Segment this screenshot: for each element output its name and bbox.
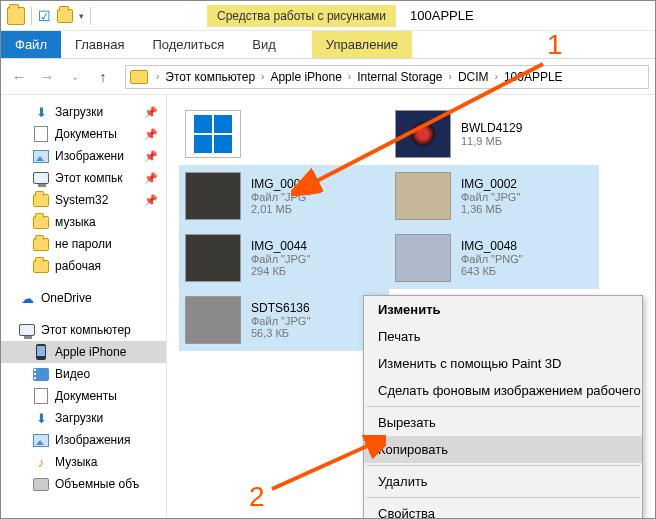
up-button[interactable]: ↑ [91,65,115,89]
sidebar-item-label: Загрузки [55,105,103,119]
annotation-arrow-1 [291,56,551,196]
menu-separator [366,406,640,407]
pc-icon [33,170,49,186]
sidebar-item-label: Загрузки [55,411,103,425]
forward-button[interactable]: → [35,65,59,89]
sidebar-item-label: Этот компьютер [41,323,131,337]
folder-icon [33,192,49,208]
sidebar-item-downloads-lib[interactable]: ⬇Загрузки [1,407,166,429]
sidebar-item-music-lib[interactable]: ♪Музыка [1,451,166,473]
folder-icon [33,236,49,252]
chevron-right-icon[interactable]: › [154,71,161,82]
sidebar-item-label: Музыка [55,455,97,469]
sidebar-item-documents[interactable]: Документы📌 [1,123,166,145]
download-icon: ⬇ [33,410,49,426]
music-icon: ♪ [33,454,49,470]
sidebar-item-work[interactable]: рабочая [1,255,166,277]
sidebar-item-thispc[interactable]: Этот компьютер [1,319,166,341]
sidebar-item-label: не пароли [55,237,112,251]
menuitem-edit[interactable]: Изменить [364,296,642,323]
file-name: IMG_0044 [251,239,310,253]
quick-access-toolbar: ☑ ▾ [1,7,97,25]
tab-file[interactable]: Файл [1,31,61,58]
onedrive-icon: ☁ [19,290,35,306]
sidebar-item-label: Объемные объ [55,477,139,491]
sidebar-item-system32[interactable]: System32📌 [1,189,166,211]
file-size: 1,36 МБ [461,203,520,215]
tab-home[interactable]: Главная [61,31,138,58]
sidebar-item-label: Изображения [55,433,130,447]
file-size: 2,01 МБ [251,203,310,215]
sidebar-item-volumes[interactable]: Объемные объ [1,473,166,495]
sidebar-item-apple-iphone[interactable]: Apple iPhone [1,341,166,363]
picture-icon [33,148,49,164]
menuitem-delete[interactable]: Удалить [364,468,642,495]
chevron-right-icon[interactable]: › [259,71,266,82]
file-size: 643 КБ [461,265,523,277]
chevron-down-icon[interactable]: ▾ [79,11,84,21]
file-item[interactable]: SDTS6136 Файл "JPG" 56,3 КБ [179,289,389,351]
svg-line-1 [272,443,374,489]
titlebar: ☑ ▾ Средства работы с рисунками 100APPLE [1,1,655,31]
sidebar-item-label: Изображени [55,149,124,163]
sidebar-item-thispc-quick[interactable]: Этот компьк📌 [1,167,166,189]
menuitem-wallpaper[interactable]: Сделать фоновым изображением рабочего ст… [364,377,642,404]
sidebar-item-documents-lib[interactable]: Документы [1,385,166,407]
breadcrumb-item[interactable]: Этот компьютер [161,70,259,84]
drive-thumbnail [185,110,241,158]
file-item[interactable]: IMG_0048 Файл "PNG" 643 КБ [389,227,599,289]
qat-separator [31,7,32,25]
navigation-pane: ⬇Загрузки📌 Документы📌 Изображени📌 Этот к… [1,95,167,519]
checkbox-icon[interactable]: ☑ [38,8,51,24]
back-button[interactable]: ← [7,65,31,89]
pin-icon: 📌 [144,172,158,185]
sidebar-item-label: OneDrive [41,291,92,305]
file-size: 294 КБ [251,265,310,277]
document-icon [33,388,49,404]
phone-icon [33,344,49,360]
tab-manage[interactable]: Управление [312,31,412,58]
menuitem-copy[interactable]: Копировать [364,436,642,463]
history-chevron-icon[interactable]: ⌄ [63,65,87,89]
sidebar-item-label: Apple iPhone [55,345,126,359]
sidebar-item-video[interactable]: Видео [1,363,166,385]
tab-share[interactable]: Поделиться [138,31,238,58]
pin-icon: 📌 [144,150,158,163]
svg-line-0 [311,64,543,184]
file-type: Файл "PNG" [461,253,523,265]
sidebar-item-music-folder[interactable]: музыка [1,211,166,233]
sidebar-item-onedrive[interactable]: ☁OneDrive [1,287,166,309]
folder-icon[interactable] [57,9,73,23]
sidebar-item-label: Документы [55,389,117,403]
menuitem-properties[interactable]: Свойства [364,500,642,519]
sidebar-item-label: рабочая [55,259,101,273]
file-name: IMG_0048 [461,239,523,253]
file-item[interactable]: IMG_0044 Файл "JPG" 294 КБ [179,227,389,289]
annotation-arrow-2 [266,435,386,495]
menuitem-cut[interactable]: Вырезать [364,409,642,436]
download-icon: ⬇ [33,104,49,120]
menuitem-paint3d[interactable]: Изменить с помощью Paint 3D [364,350,642,377]
pc-icon [19,322,35,338]
sidebar-item-passwords[interactable]: не пароли [1,233,166,255]
sidebar-item-label: Этот компьк [55,171,123,185]
menu-separator [366,497,640,498]
file-type: Файл "JPG" [251,315,310,327]
folder-icon[interactable] [7,7,25,25]
sidebar-item-pictures-lib[interactable]: Изображения [1,429,166,451]
sidebar-item-label: System32 [55,193,108,207]
video-icon [33,366,49,382]
tab-view[interactable]: Вид [238,31,290,58]
document-icon [33,126,49,142]
menu-separator [366,465,640,466]
menuitem-print[interactable]: Печать [364,323,642,350]
qat-separator [90,7,91,25]
folder-icon [33,258,49,274]
image-thumbnail [395,234,451,282]
sidebar-item-pictures[interactable]: Изображени📌 [1,145,166,167]
drive-icon [33,476,49,492]
sidebar-item-downloads[interactable]: ⬇Загрузки📌 [1,101,166,123]
sidebar-item-label: музыка [55,215,96,229]
image-thumbnail [185,234,241,282]
picture-icon [33,432,49,448]
